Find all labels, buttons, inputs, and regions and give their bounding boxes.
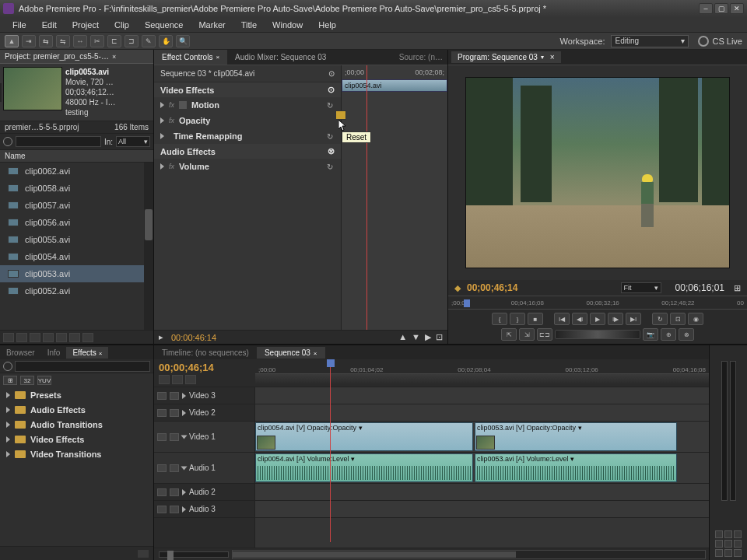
settings-button[interactable] (185, 375, 196, 384)
loop-button[interactable]: ↻ (652, 313, 668, 325)
new-bin-button[interactable] (56, 333, 67, 342)
expand-icon[interactable] (160, 133, 164, 139)
ripple-edit-tool[interactable]: ⇆ (39, 35, 53, 47)
close-icon[interactable]: × (112, 53, 116, 61)
expand-icon[interactable] (182, 506, 186, 513)
mute-icon[interactable] (157, 506, 167, 513)
lock-icon[interactable] (170, 409, 179, 417)
step-forward-button[interactable]: I▶ (608, 313, 623, 325)
new-item-button[interactable] (69, 333, 80, 342)
bin-item[interactable]: clip0058.avi (0, 180, 153, 197)
reset-icon[interactable]: ↻ (325, 162, 335, 171)
close-icon[interactable]: × (216, 54, 219, 61)
menu-title[interactable]: Title (235, 19, 263, 31)
lock-icon[interactable] (170, 433, 179, 441)
automate-button[interactable] (30, 333, 40, 342)
menu-marker[interactable]: Marker (192, 19, 231, 31)
timeline-timecode[interactable]: 00;00;46;14 (159, 362, 251, 373)
effect-timecode[interactable]: 00:00:46:14 (171, 333, 216, 342)
menu-sequence[interactable]: Sequence (139, 19, 190, 31)
expand-icon[interactable] (6, 392, 10, 398)
export-frame-button[interactable]: 📷 (643, 328, 658, 341)
close-button[interactable]: ✕ (730, 3, 744, 14)
bin-item[interactable]: clip0053.avi (0, 265, 153, 282)
effect-timeline[interactable]: ;00;0000;02;08; clip0054.avi Reset (341, 65, 447, 330)
expand-icon[interactable] (6, 407, 10, 413)
insert-button[interactable]: ⊕ (661, 328, 676, 341)
delete-button[interactable] (82, 333, 93, 342)
minimize-button[interactable]: – (699, 3, 713, 14)
effect-motion[interactable]: fxMotion↻ (154, 97, 341, 113)
go-button[interactable]: ▶ (425, 332, 431, 342)
timeline-clip-v1b[interactable]: clip0053.avi [V] Opacity:Opacity ▾ (475, 422, 677, 451)
solo-icon[interactable] (170, 464, 179, 472)
track-select-tool[interactable]: ⇥ (22, 35, 36, 47)
lift-button[interactable]: ⇱ (501, 328, 517, 341)
go-to-in-button[interactable]: I◀ (554, 313, 570, 325)
track-header-a1[interactable]: Audio 1 (154, 453, 254, 484)
in-filter-select[interactable]: All▾ (116, 136, 150, 147)
effect-volume[interactable]: fxVolume↻ (154, 159, 341, 174)
effects-folder-video-transitions[interactable]: Video Transitions (0, 446, 153, 461)
snap-button[interactable] (159, 375, 170, 384)
bin-item[interactable]: clip0056.avi (0, 214, 153, 231)
hand-tool[interactable]: ✋ (159, 35, 173, 47)
go-to-out-button[interactable]: ▶I (626, 313, 641, 325)
tab-effect-controls[interactable]: Effect Controls× (154, 50, 227, 65)
timeline-h-scrollbar[interactable] (232, 550, 706, 559)
settings-icon[interactable]: ⊞ (734, 283, 741, 293)
timeline-tracks-area[interactable]: clip0054.avi [V] Opacity:Opacity ▾ clip0… (255, 387, 709, 548)
slip-tool[interactable]: ⊏ (107, 35, 121, 47)
expand-icon[interactable] (6, 451, 10, 457)
timeline-playhead[interactable] (327, 359, 335, 367)
bin-item[interactable]: clip0052.avi (0, 282, 153, 299)
workspace-select[interactable]: Editing▾ (611, 35, 689, 47)
program-video[interactable] (465, 77, 730, 268)
rolling-edit-tool[interactable]: ⇋ (56, 35, 70, 47)
tab-audio-mixer[interactable]: Audio Mixer: Sequence 03 (227, 50, 334, 65)
menu-project[interactable]: Project (66, 19, 105, 31)
menu-window[interactable]: Window (266, 19, 309, 31)
mark-out-button[interactable]: } (510, 313, 525, 325)
clip-thumbnail[interactable] (3, 67, 62, 110)
expand-icon[interactable] (160, 163, 164, 170)
zoom-tool[interactable]: 🔍 (176, 35, 190, 47)
razor-tool[interactable]: ✂ (90, 35, 104, 47)
collapse-icon[interactable] (181, 435, 188, 439)
program-playhead[interactable] (464, 299, 470, 307)
slide-tool[interactable]: ⊐ (124, 35, 139, 47)
expand-icon[interactable] (182, 489, 186, 495)
mute-icon[interactable] (157, 464, 167, 472)
list-view-button[interactable] (3, 333, 14, 342)
32bit-filter-button[interactable]: 32 (20, 376, 34, 385)
tab-info[interactable]: Info (41, 347, 67, 359)
lock-icon[interactable] (170, 392, 179, 400)
tab-effects[interactable]: Effects× (66, 347, 108, 359)
expand-icon[interactable] (182, 393, 186, 399)
shuttle-slider[interactable] (555, 330, 640, 339)
expand-icon[interactable] (6, 422, 10, 428)
maximize-button[interactable]: ▢ (714, 3, 728, 14)
bin-scrollbar[interactable] (144, 163, 153, 330)
yuv-filter-button[interactable]: YUV (37, 376, 51, 385)
tab-browser[interactable]: Browser (0, 347, 41, 359)
tab-program[interactable]: Program: Sequence 03▾× (451, 51, 561, 63)
effects-folder-presets[interactable]: Presets (0, 387, 153, 402)
project-tab[interactable]: Project: premier_pro_cs5-5-…× (0, 50, 153, 64)
menu-edit[interactable]: Edit (36, 19, 63, 31)
solo-icon[interactable] (170, 506, 179, 513)
output-button[interactable]: ◉ (688, 313, 703, 325)
stop-button[interactable]: ■ (528, 313, 543, 325)
find-button[interactable] (43, 333, 54, 342)
expand-icon[interactable] (160, 117, 164, 124)
project-search-input[interactable] (16, 136, 101, 147)
expand-icon[interactable] (6, 436, 10, 443)
bin-item[interactable]: clip0054.avi (0, 248, 153, 265)
bin-item[interactable]: clip0062.avi (0, 163, 153, 180)
mute-icon[interactable] (157, 488, 167, 496)
track-header-a3[interactable]: Audio 3 (154, 501, 254, 518)
track-header-a2[interactable]: Audio 2 (154, 484, 254, 501)
track-header-v3[interactable]: Video 3 (154, 387, 254, 404)
tab-timeline-empty[interactable]: Timeline: (no sequences) (154, 347, 257, 359)
eye-icon[interactable] (157, 392, 167, 400)
